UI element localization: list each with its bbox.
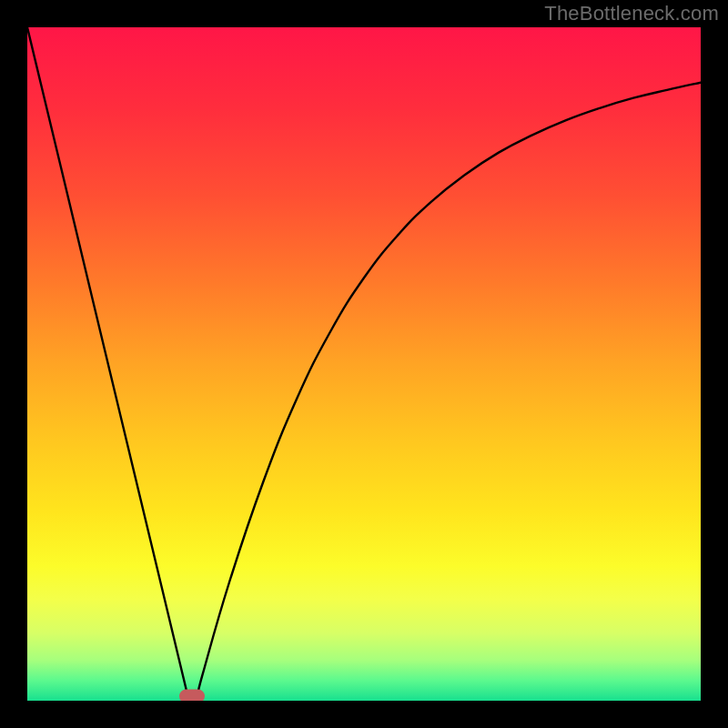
minimum-marker: [179, 690, 205, 702]
plot-area: [27, 27, 701, 701]
watermark-text: TheBottleneck.com: [544, 2, 719, 25]
chart-frame: TheBottleneck.com: [0, 0, 728, 728]
bottleneck-curve: [27, 27, 701, 701]
